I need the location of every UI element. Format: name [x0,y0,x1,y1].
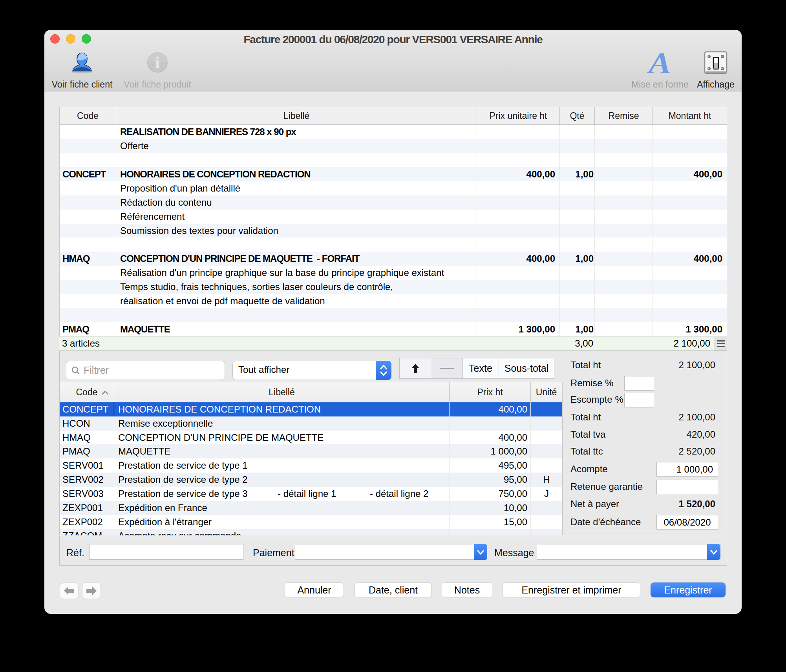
svg-text:i: i [155,53,160,71]
